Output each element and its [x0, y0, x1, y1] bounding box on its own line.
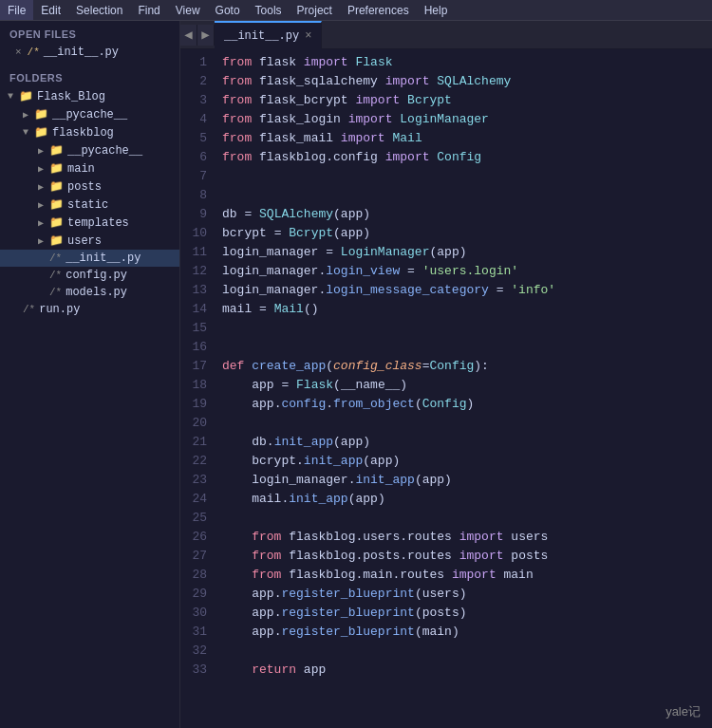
file-label-models: models.py: [66, 286, 127, 299]
menu-tools[interactable]: Tools: [248, 0, 290, 20]
close-file-icon[interactable]: ×: [15, 47, 22, 58]
folder-icon-posts: 📁: [49, 179, 64, 194]
code-content[interactable]: from flask import Flaskfrom flask_sqlalc…: [215, 49, 712, 728]
arrow-main: [38, 163, 47, 175]
main-layout: OPEN FILES × /* __init__.py FOLDERS 📁 Fl…: [0, 21, 712, 728]
tab-nav-next[interactable]: ▶: [197, 25, 215, 46]
file-models-py[interactable]: /* models.py: [0, 284, 179, 301]
folder-label-main: main: [67, 162, 95, 176]
menu-selection[interactable]: Selection: [68, 0, 130, 20]
menubar: File Edit Selection Find View Goto Tools…: [0, 0, 712, 21]
menu-help[interactable]: Help: [417, 0, 456, 20]
folder-users[interactable]: 📁 users: [0, 232, 179, 250]
arrow-templates: [38, 217, 47, 229]
folder-label-pycache-root: __pycache__: [52, 108, 127, 121]
watermark: yale记: [665, 703, 701, 720]
file-icon: /*: [28, 47, 40, 58]
open-filename: __init__.py: [44, 46, 119, 59]
tab-nav-prev[interactable]: ◀: [180, 25, 197, 46]
folder-icon-flaskblog: 📁: [34, 125, 48, 140]
menu-file[interactable]: File: [0, 0, 33, 20]
menu-edit[interactable]: Edit: [33, 0, 68, 20]
tab-bar: ◀ ▶ __init__.py ×: [180, 21, 712, 49]
arrow-pycache-flaskblog: [38, 145, 47, 157]
file-config-py[interactable]: /* config.py: [0, 267, 179, 284]
file-label-run: run.py: [39, 303, 80, 316]
file-prefix-init: /*: [49, 252, 62, 264]
menu-project[interactable]: Project: [290, 0, 340, 20]
tab-label: __init__.py: [224, 29, 299, 43]
folder-label-flaskblog: flaskblog: [52, 126, 114, 140]
menu-view[interactable]: View: [168, 0, 208, 20]
menu-goto[interactable]: Goto: [208, 0, 248, 20]
folder-icon-main: 📁: [49, 161, 64, 176]
file-label-init: __init__.py: [66, 252, 141, 265]
file-prefix-run: /*: [23, 304, 35, 315]
editor-area: ◀ ▶ __init__.py × 12345 678910 111213141…: [180, 21, 712, 728]
open-files-title: OPEN FILES: [0, 21, 179, 44]
folder-label-static: static: [67, 198, 108, 212]
tab-close-icon[interactable]: ×: [305, 29, 311, 43]
folder-label-templates: templates: [67, 216, 129, 230]
folder-icon-users: 📁: [49, 233, 64, 248]
arrow-flaskblog: [23, 127, 32, 138]
folder-templates[interactable]: 📁 templates: [0, 214, 179, 232]
file-prefix-config: /*: [49, 270, 62, 281]
folder-icon-templates: 📁: [49, 215, 64, 230]
folder-pycache-root[interactable]: 📁 __pycache__: [0, 105, 179, 123]
menu-preferences[interactable]: Preferences: [340, 0, 417, 20]
file-label-config: config.py: [66, 269, 127, 282]
folder-label-flask-blog: Flask_Blog: [37, 90, 105, 103]
folder-main[interactable]: 📁 main: [0, 159, 179, 177]
folder-icon-flask-blog: 📁: [19, 89, 33, 103]
folder-icon-static: 📁: [49, 197, 64, 212]
folder-icon-pycache-root: 📁: [34, 107, 48, 121]
tab-init-py[interactable]: __init__.py ×: [215, 21, 322, 49]
file-prefix-models: /*: [49, 287, 62, 298]
code-editor[interactable]: 12345 678910 1112131415 1617181920 21222…: [180, 49, 712, 728]
folder-static[interactable]: 📁 static: [0, 196, 179, 214]
folder-icon-pycache-flaskblog: 📁: [49, 143, 64, 158]
folder-label-posts: posts: [67, 180, 102, 194]
folders-title: FOLDERS: [0, 65, 179, 87]
folder-flask-blog[interactable]: 📁 Flask_Blog: [0, 87, 179, 105]
arrow-flask-blog: [8, 91, 17, 102]
menu-find[interactable]: Find: [130, 0, 167, 20]
folder-label-pycache-flaskblog: __pycache__: [67, 144, 142, 158]
open-file-item[interactable]: × /* __init__.py: [0, 44, 179, 61]
folder-flaskblog[interactable]: 📁 flaskblog: [0, 123, 179, 141]
folder-posts[interactable]: 📁 posts: [0, 177, 179, 196]
folders-section: FOLDERS 📁 Flask_Blog 📁 __pycache__ 📁 fla…: [0, 65, 179, 318]
arrow-pycache-root: [23, 109, 32, 121]
folder-pycache-flaskblog[interactable]: 📁 __pycache__: [0, 141, 179, 159]
file-run-py[interactable]: /* run.py: [0, 301, 179, 318]
line-numbers: 12345 678910 1112131415 1617181920 21222…: [180, 49, 215, 728]
folder-label-users: users: [67, 234, 102, 248]
file-init-py[interactable]: /* __init__.py: [0, 250, 179, 267]
arrow-users: [38, 235, 47, 247]
arrow-static: [38, 199, 47, 211]
sidebar: OPEN FILES × /* __init__.py FOLDERS 📁 Fl…: [0, 21, 180, 728]
arrow-posts: [38, 181, 47, 193]
